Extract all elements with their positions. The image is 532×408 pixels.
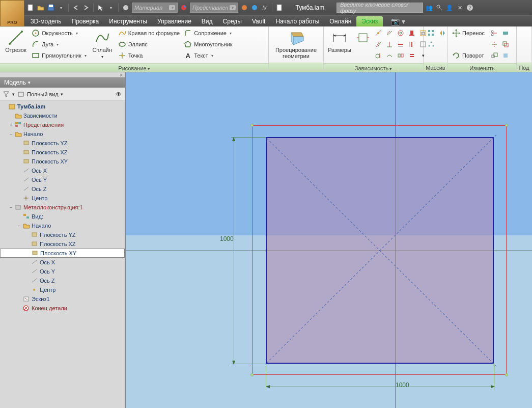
dim-h-value[interactable]: 1000 bbox=[396, 382, 409, 389]
plane-handle[interactable] bbox=[505, 373, 508, 376]
symmetric-icon[interactable] bbox=[396, 51, 405, 60]
color2-icon[interactable] bbox=[250, 4, 259, 12]
point-button[interactable]: Точка bbox=[116, 50, 182, 61]
fx-icon[interactable]: fx bbox=[261, 4, 269, 12]
tree-deps[interactable]: Зависимости bbox=[0, 111, 125, 120]
panel-draw-title[interactable]: Рисование▾ bbox=[0, 63, 268, 72]
line-button[interactable]: Отрезок bbox=[2, 28, 30, 62]
extend-icon[interactable] bbox=[501, 29, 510, 38]
doc-icon[interactable] bbox=[275, 4, 284, 12]
scale-icon[interactable] bbox=[490, 51, 499, 60]
plane-handle[interactable] bbox=[505, 124, 508, 127]
save-icon[interactable] bbox=[47, 4, 55, 12]
dropdown-icon[interactable]: ▾ bbox=[107, 4, 115, 12]
formula-curve-button[interactable]: Кривая по формуле bbox=[116, 28, 182, 39]
polygon-button[interactable]: Многоугольник bbox=[182, 39, 234, 50]
tree-axis-y[interactable]: Ось Y bbox=[0, 175, 125, 184]
tree-axis-x-2[interactable]: Ось X bbox=[0, 258, 125, 267]
tree-origin2[interactable]: −Начало bbox=[0, 221, 125, 230]
panel-dim-title[interactable]: Зависимость▾ bbox=[324, 63, 423, 72]
menu-online[interactable]: Онлайн bbox=[324, 16, 356, 26]
arc-button[interactable]: Дуга▾ bbox=[30, 39, 89, 50]
mirror-icon[interactable] bbox=[438, 29, 447, 38]
tree-eop[interactable]: Конец детали bbox=[0, 304, 125, 313]
collinear-icon[interactable] bbox=[385, 29, 394, 38]
tree-axis-x[interactable]: Ось X bbox=[0, 166, 125, 175]
select-icon[interactable] bbox=[97, 4, 105, 12]
tree-plane-xz[interactable]: Плоскость XZ bbox=[0, 148, 125, 157]
tree-axis-y-2[interactable]: Ось Y bbox=[0, 267, 125, 276]
tree-root[interactable]: Тумба.iam bbox=[0, 102, 125, 111]
tree-sketch[interactable]: Эскиз1 bbox=[0, 294, 125, 304]
find-icon[interactable]: 👁 bbox=[115, 90, 123, 98]
material-icon[interactable] bbox=[122, 4, 130, 12]
browser-close-icon[interactable]: × bbox=[0, 72, 125, 77]
parallel-icon[interactable] bbox=[374, 40, 383, 49]
browser-header[interactable]: Модель▾ bbox=[0, 77, 125, 88]
tree-plane-xy-2-selected[interactable]: Плоскость XY bbox=[0, 249, 125, 258]
horizontal-icon[interactable] bbox=[396, 40, 405, 49]
undo-icon[interactable] bbox=[72, 4, 80, 12]
vertical-icon[interactable] bbox=[407, 40, 416, 49]
concentric-icon[interactable] bbox=[396, 29, 405, 38]
rotate-button[interactable]: Поворот bbox=[450, 50, 487, 61]
equal-icon[interactable] bbox=[407, 51, 416, 60]
tree-center-2[interactable]: Центр bbox=[0, 285, 125, 294]
view-mode-icon[interactable] bbox=[17, 90, 25, 98]
exchange-icon[interactable]: ✕ bbox=[456, 4, 464, 12]
panel-modify-title[interactable]: Изменить bbox=[448, 63, 516, 72]
circ-pattern-icon[interactable] bbox=[427, 40, 436, 49]
menu-check[interactable]: Проверка bbox=[67, 16, 104, 26]
stretch-icon[interactable] bbox=[501, 51, 510, 60]
tree-view[interactable]: Вид: bbox=[0, 212, 125, 221]
plane-handle[interactable] bbox=[250, 373, 254, 376]
menu-manage[interactable]: Управление bbox=[152, 16, 197, 26]
fillet-button[interactable]: Сопряжение▾ bbox=[182, 28, 234, 39]
fix-icon[interactable] bbox=[407, 29, 416, 38]
tree-metal[interactable]: −Металлоконструкция:1 bbox=[0, 203, 125, 212]
redo-icon[interactable] bbox=[82, 4, 90, 12]
sketch-canvas[interactable]: 1000 1000 bbox=[126, 72, 532, 408]
tree-plane-xz-2[interactable]: Плоскость XZ bbox=[0, 239, 125, 249]
menu-tools[interactable]: Инструменты bbox=[104, 16, 152, 26]
split-icon[interactable] bbox=[490, 40, 499, 49]
binoculars-icon[interactable]: 👥 bbox=[425, 4, 433, 12]
trim-icon[interactable] bbox=[490, 29, 499, 38]
project-geom-button[interactable]: Проецированиегеометрии bbox=[272, 28, 320, 62]
full-view-label[interactable]: Полный вид bbox=[27, 91, 59, 97]
appearance-combo[interactable]: Представлен bbox=[190, 3, 238, 13]
rect-button[interactable]: Прямоугольник▾ bbox=[30, 50, 89, 61]
app-logo[interactable]: PRO bbox=[0, 0, 24, 26]
material-combo[interactable]: Материал bbox=[132, 3, 178, 13]
plane-handle[interactable] bbox=[250, 124, 254, 127]
rect-pattern-icon[interactable] bbox=[427, 29, 436, 38]
text-button[interactable]: AТекст▾ bbox=[182, 50, 234, 61]
tree-plane-yz-2[interactable]: Плоскость YZ bbox=[0, 230, 125, 239]
pattern4-icon[interactable] bbox=[438, 40, 447, 49]
dropdown-icon[interactable]: ▾ bbox=[57, 4, 65, 12]
spline-button[interactable]: Сплайн▾ bbox=[89, 28, 116, 62]
filter-icon[interactable] bbox=[2, 90, 10, 98]
sign-in-icon[interactable]: 👤 bbox=[445, 4, 454, 12]
color-icon[interactable] bbox=[240, 4, 248, 12]
offset-icon[interactable] bbox=[501, 40, 510, 49]
new-icon[interactable] bbox=[26, 4, 35, 12]
tree-plane-xy[interactable]: Плоскость XY bbox=[0, 157, 125, 166]
menu-start[interactable]: Начало работы bbox=[270, 16, 324, 26]
tree-origin[interactable]: −Начало bbox=[0, 129, 125, 139]
dim-v-value[interactable]: 1000 bbox=[220, 235, 234, 242]
tree-axis-z-2[interactable]: Ось Z bbox=[0, 276, 125, 285]
tree-center[interactable]: Центр bbox=[0, 194, 125, 203]
camera-icon[interactable]: 📷 ▾ bbox=[387, 16, 409, 26]
tree-reps[interactable]: +Представления bbox=[0, 120, 125, 129]
coincident-icon[interactable] bbox=[374, 29, 383, 38]
move-button[interactable]: Перенос bbox=[450, 28, 487, 39]
menu-3dmodel[interactable]: 3D-модель bbox=[25, 16, 67, 26]
menu-sketch[interactable]: Эскиз bbox=[356, 16, 383, 26]
open-icon[interactable] bbox=[37, 4, 45, 12]
dimension-button[interactable]: Размеры bbox=[326, 28, 353, 62]
menu-env[interactable]: Среды bbox=[218, 16, 247, 26]
ellipse-button[interactable]: Эллипс bbox=[116, 39, 182, 50]
menu-vault[interactable]: Vault bbox=[247, 16, 270, 26]
key-icon[interactable] bbox=[435, 4, 443, 12]
